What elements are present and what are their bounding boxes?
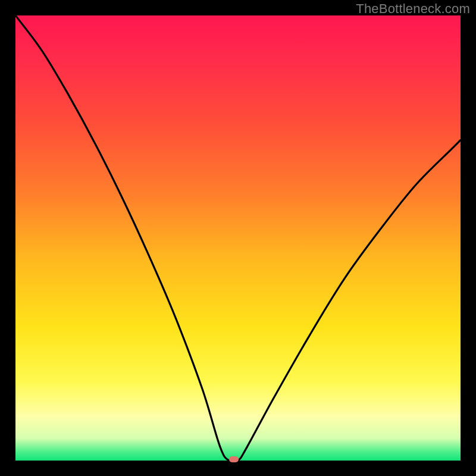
bottleneck-marker <box>229 456 239 462</box>
bottleneck-line <box>15 15 461 461</box>
plot-area <box>15 15 461 461</box>
watermark-text: TheBottleneck.com <box>356 1 470 17</box>
chart-frame: TheBottleneck.com <box>0 0 476 476</box>
